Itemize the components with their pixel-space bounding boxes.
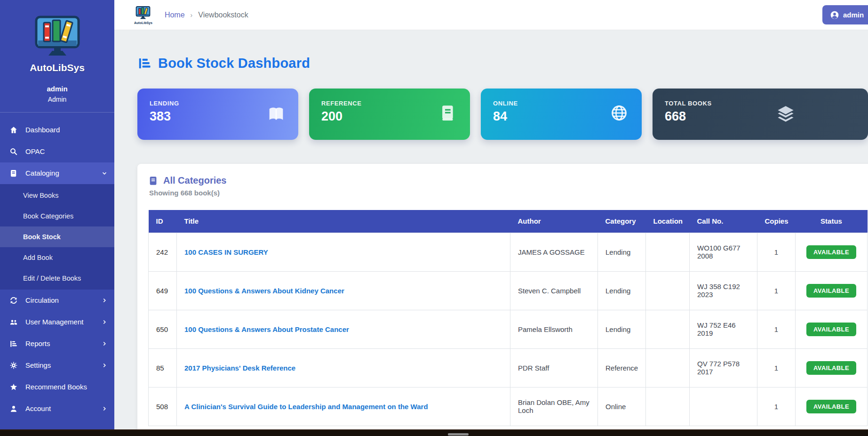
book-title-link[interactable]: 100 CASES IN SURGERY [184, 248, 268, 256]
admin-menu-button[interactable]: admin [822, 5, 868, 24]
cell-category: Lending [598, 271, 646, 310]
topbar-brand[interactable]: AutoLibSys [134, 6, 152, 24]
cell-author: Pamela Ellsworth [510, 310, 598, 348]
cell-title: A Clinician's Survival Guide to Leadersh… [177, 387, 510, 426]
page-title-text: Book Stock Dashboard [158, 56, 310, 71]
cell-id: 85 [149, 348, 177, 387]
cell-status: AVAILABLE [796, 271, 868, 310]
column-header-status: Status [796, 210, 868, 233]
stat-card-label: TOTAL BOOKS [665, 100, 856, 107]
cell-location [646, 233, 690, 271]
cataloging-submenu: View Books Book Categories Book Stock Ad… [0, 184, 114, 290]
sidebar-item-cataloging[interactable]: Cataloging [0, 162, 114, 184]
sidebar-item-add-book[interactable]: Add Book [0, 247, 114, 268]
column-header-id: ID [149, 210, 177, 233]
sidebar-item-label: Dashboard [25, 126, 108, 134]
open-book-icon [266, 104, 286, 123]
stat-card-total-books: TOTAL BOOKS668 [653, 89, 868, 140]
table-row: 649100 Questions & Answers About Kidney … [149, 271, 868, 310]
book-title-link[interactable]: A Clinician's Survival Guide to Leadersh… [184, 403, 428, 411]
sidebar-item-user-management[interactable]: User Management [0, 311, 114, 333]
cell-title: 100 Questions & Answers About Kidney Can… [177, 271, 510, 310]
status-badge: AVAILABLE [806, 361, 856, 375]
cell-author: JAMES A GOSSAGE [510, 233, 598, 271]
sidebar-user-block: admin Admin [0, 84, 114, 105]
sidebar-item-recommend-books[interactable]: Recommend Books [0, 376, 114, 398]
home-icon [9, 126, 18, 134]
chevron-right-icon [101, 405, 108, 412]
search-icon [9, 147, 18, 156]
sidebar-item-dashboard[interactable]: Dashboard [0, 119, 114, 141]
autolibsys-logo [30, 14, 85, 61]
panel-title: All Categories [163, 175, 226, 186]
stat-card-value: 668 [665, 109, 856, 124]
sidebar-item-view-books[interactable]: View Books [0, 185, 114, 206]
cell-id: 242 [149, 233, 177, 271]
breadcrumb-current: Viewbookstock [198, 11, 248, 19]
sidebar-item-book-categories[interactable]: Book Categories [0, 206, 114, 226]
sidebar-divider [0, 112, 114, 113]
sidebar-item-label: Reports [25, 339, 101, 347]
sidebar-item-account[interactable]: Account [0, 398, 114, 420]
cell-author: Steven C. Campbell [510, 271, 598, 310]
table-header-row: IDTitleAuthorCategoryLocationCall No.Cop… [149, 210, 868, 233]
cell-title: 2017 Physicians' Desk Reference [177, 348, 510, 387]
chevron-right-icon [101, 319, 108, 325]
chart-icon [9, 339, 18, 348]
sync-icon [9, 296, 18, 305]
app-window: AutoLibSys admin Admin Dashboard OPAC [0, 0, 868, 436]
breadcrumb-home-link[interactable]: Home [165, 11, 185, 19]
stat-card-lending: LENDING383 [137, 89, 298, 140]
gear-icon [9, 361, 18, 370]
sidebar-item-circulation[interactable]: Circulation [0, 290, 114, 311]
cell-category: Lending [598, 310, 646, 348]
cell-call-no: WJ 752 E46 2019 [690, 310, 757, 348]
status-badge: AVAILABLE [806, 284, 856, 298]
cell-call-no: QV 772 P578 2017 [690, 348, 757, 387]
column-header-call-no-: Call No. [690, 210, 757, 233]
breadcrumb-separator: › [191, 11, 193, 19]
sidebar-item-opac[interactable]: OPAC [0, 141, 114, 162]
bottom-screen-strip [0, 429, 868, 436]
cell-copies: 1 [757, 310, 796, 348]
sidebar-item-label: OPAC [25, 147, 108, 155]
cell-id: 649 [149, 271, 177, 310]
sidebar-menu: Dashboard OPAC Cataloging View Books Boo… [0, 119, 114, 420]
autolibsys-logo-small [134, 6, 152, 21]
sidebar: AutoLibSys admin Admin Dashboard OPAC [0, 0, 114, 436]
cell-call-no: WO100 G677 2008 [690, 233, 757, 271]
sidebar-item-edit-delete-books[interactable]: Edit / Delete Books [0, 268, 114, 289]
users-icon [9, 318, 18, 326]
sidebar-item-label: Cataloging [25, 169, 101, 177]
book-icon [9, 169, 18, 178]
table-row: 508A Clinician's Survival Guide to Leade… [149, 387, 868, 426]
stat-cards-row: LENDING383REFERENCE200ONLINE84TOTAL BOOK… [137, 89, 868, 140]
panel-subtitle: Showing 668 book(s) [149, 189, 865, 197]
cell-title: 100 CASES IN SURGERY [177, 233, 510, 271]
page-content: Book Stock Dashboard LENDING383REFERENCE… [114, 30, 868, 436]
cell-location [646, 387, 690, 426]
stat-card-label: REFERENCE [321, 100, 458, 107]
sidebar-item-label: Account [25, 404, 101, 412]
status-badge: AVAILABLE [806, 323, 856, 336]
book-icon [148, 176, 159, 186]
book-title-link[interactable]: 2017 Physicians' Desk Reference [184, 364, 295, 372]
cell-id: 650 [149, 310, 177, 348]
sidebar-item-book-stock[interactable]: Book Stock [0, 226, 114, 247]
sidebar-item-reports[interactable]: Reports [0, 333, 114, 355]
sidebar-item-label: Recommend Books [25, 383, 108, 391]
book-table-body: 242100 CASES IN SURGERYJAMES A GOSSAGELe… [149, 233, 868, 426]
book-title-link[interactable]: 100 Questions & Answers About Prostate C… [184, 325, 349, 333]
user-role: Admin [0, 95, 114, 105]
cell-location [646, 271, 690, 310]
book-title-link[interactable]: 100 Questions & Answers About Kidney Can… [184, 287, 344, 295]
cell-call-no: WJ 358 C192 2023 [690, 271, 757, 310]
cell-status: AVAILABLE [796, 310, 868, 348]
cell-title: 100 Questions & Answers About Prostate C… [177, 310, 510, 348]
table-row: 242100 CASES IN SURGERYJAMES A GOSSAGELe… [149, 233, 868, 271]
categories-panel: All Categories Showing 668 book(s) IDTit… [137, 164, 868, 436]
cell-status: AVAILABLE [796, 387, 868, 426]
sidebar-item-settings[interactable]: Settings [0, 355, 114, 376]
page-title: Book Stock Dashboard [137, 54, 868, 73]
cell-category: Lending [598, 233, 646, 271]
